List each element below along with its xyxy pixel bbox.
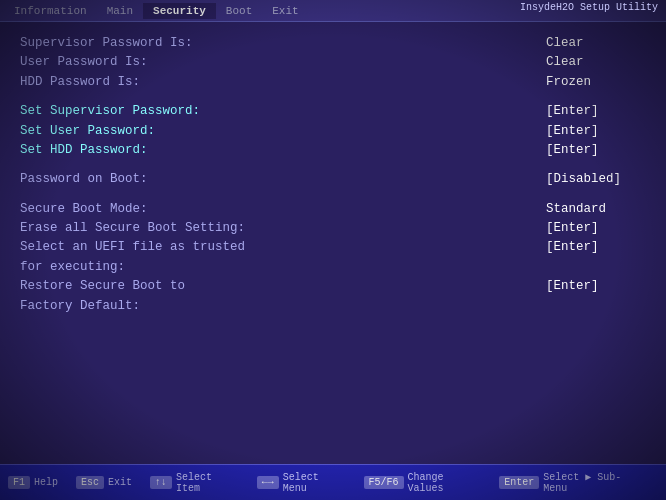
- label-password-on-boot: Password on Boot:: [20, 170, 148, 189]
- help-item: F1 Help: [8, 476, 58, 489]
- esc-key[interactable]: Esc: [76, 476, 104, 489]
- value-user-password: Clear: [546, 53, 646, 72]
- value-select-uefi: [Enter]: [546, 238, 646, 257]
- change-values-label: Change Values: [408, 472, 482, 494]
- label-set-supervisor-password: Set Supervisor Password:: [20, 102, 200, 121]
- value-for-executing: [546, 258, 646, 277]
- arrow-leftright-key[interactable]: ←→: [257, 476, 279, 489]
- tab-security[interactable]: Security: [143, 3, 216, 19]
- row-set-hdd-password[interactable]: Set HDD Password: [Enter]: [20, 141, 646, 160]
- label-set-user-password: Set User Password:: [20, 122, 155, 141]
- value-hdd-password: Frozen: [546, 73, 646, 92]
- row-set-user-password[interactable]: Set User Password: [Enter]: [20, 122, 646, 141]
- enter-key[interactable]: Enter: [499, 476, 539, 489]
- label-user-password: User Password Is:: [20, 53, 148, 72]
- row-password-on-boot[interactable]: Password on Boot: [Disabled]: [20, 170, 646, 189]
- f1-key[interactable]: F1: [8, 476, 30, 489]
- tab-information[interactable]: Information: [4, 3, 97, 19]
- tab-exit[interactable]: Exit: [262, 3, 308, 19]
- app-title: InsydeH2O Setup Utility: [520, 2, 658, 13]
- row-supervisor-password: Supervisor Password Is: Clear: [20, 34, 646, 53]
- exit-item: Esc Exit: [76, 476, 132, 489]
- select-item-item: ↑↓ Select Item: [150, 472, 239, 494]
- row-hdd-password: HDD Password Is: Frozen: [20, 73, 646, 92]
- label-secure-boot-mode: Secure Boot Mode:: [20, 200, 148, 219]
- nav-bar: InsydeH2O Setup Utility Information Main…: [0, 0, 666, 22]
- value-password-on-boot: [Disabled]: [546, 170, 646, 189]
- select-menu-label: Select Menu: [283, 472, 346, 494]
- label-supervisor-password: Supervisor Password Is:: [20, 34, 193, 53]
- label-restore-secure-boot: Restore Secure Boot to: [20, 277, 185, 296]
- help-label: Help: [34, 477, 58, 488]
- value-secure-boot-mode: Standard: [546, 200, 646, 219]
- row-restore-secure-boot[interactable]: Restore Secure Boot to [Enter]: [20, 277, 646, 296]
- change-values-item: F5/F6 Change Values: [364, 472, 482, 494]
- value-factory-default: [546, 297, 646, 316]
- tab-boot[interactable]: Boot: [216, 3, 262, 19]
- select-menu-item: ←→ Select Menu: [257, 472, 346, 494]
- f5f6-key[interactable]: F5/F6: [364, 476, 404, 489]
- value-set-user-password: [Enter]: [546, 122, 646, 141]
- sub-menu-label: Select ▶ Sub-Menu: [543, 471, 640, 494]
- value-set-hdd-password: [Enter]: [546, 141, 646, 160]
- value-erase-secure-boot: [Enter]: [546, 219, 646, 238]
- exit-label: Exit: [108, 477, 132, 488]
- row-for-executing: for executing:: [20, 258, 646, 277]
- row-select-uefi[interactable]: Select an UEFI file as trusted [Enter]: [20, 238, 646, 257]
- label-hdd-password: HDD Password Is:: [20, 73, 140, 92]
- arrow-updown-key[interactable]: ↑↓: [150, 476, 172, 489]
- bottom-bar: F1 Help Esc Exit ↑↓ Select Item ←→ Selec…: [0, 464, 666, 500]
- select-item-label: Select Item: [176, 472, 239, 494]
- row-secure-boot-mode[interactable]: Secure Boot Mode: Standard: [20, 200, 646, 219]
- row-factory-default: Factory Default:: [20, 297, 646, 316]
- row-set-supervisor-password[interactable]: Set Supervisor Password: [Enter]: [20, 102, 646, 121]
- sub-menu-item: Enter Select ▶ Sub-Menu: [499, 471, 640, 494]
- row-erase-secure-boot[interactable]: Erase all Secure Boot Setting: [Enter]: [20, 219, 646, 238]
- main-content: Supervisor Password Is: Clear User Passw…: [0, 22, 666, 464]
- label-set-hdd-password: Set HDD Password:: [20, 141, 148, 160]
- value-restore-secure-boot: [Enter]: [546, 277, 646, 296]
- value-supervisor-password: Clear: [546, 34, 646, 53]
- tab-main[interactable]: Main: [97, 3, 143, 19]
- label-select-uefi: Select an UEFI file as trusted: [20, 238, 245, 257]
- label-erase-secure-boot: Erase all Secure Boot Setting:: [20, 219, 245, 238]
- bios-screen: InsydeH2O Setup Utility Information Main…: [0, 0, 666, 500]
- label-for-executing: for executing:: [20, 258, 125, 277]
- row-user-password: User Password Is: Clear: [20, 53, 646, 72]
- value-set-supervisor-password: [Enter]: [546, 102, 646, 121]
- label-factory-default: Factory Default:: [20, 297, 140, 316]
- settings-table: Supervisor Password Is: Clear User Passw…: [20, 34, 646, 316]
